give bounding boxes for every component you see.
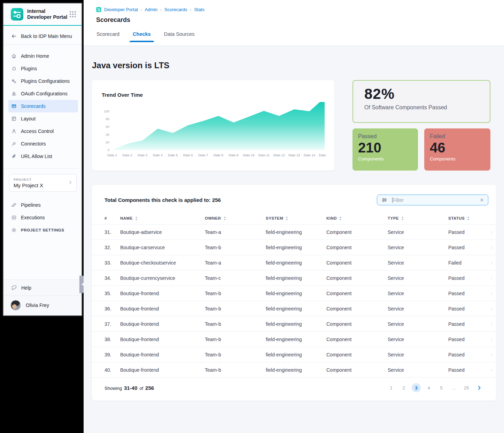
breadcrumb-link-stats[interactable]: Stats: [194, 7, 204, 12]
cell-owner: Team-a: [205, 260, 266, 266]
sidebar-item-plugins-configurations[interactable]: Plugins Configurations: [8, 75, 78, 87]
table-row[interactable]: 33.Boutique-checkoutserviceTeam-afield-e…: [92, 255, 496, 270]
table-row[interactable]: 39.Boutique-frontendTeam-bfield-engineer…: [92, 347, 496, 362]
cell-num: 35.: [104, 291, 120, 296]
trend-chart-card: Trend Over Time 020406080100 Date 1Date …: [92, 80, 334, 171]
showing-range: 31-40: [124, 385, 137, 391]
user-name: Olivia Frey: [26, 302, 49, 308]
tab-scorecard[interactable]: Scorecard: [96, 31, 119, 42]
table-row[interactable]: 37.Boutique-frontendTeam-bfield-engineer…: [92, 316, 496, 331]
column-header-kind[interactable]: KIND: [326, 216, 388, 221]
cell-kind: Component: [326, 291, 388, 296]
filter-sliders-icon[interactable]: [381, 197, 387, 203]
page-button-25[interactable]: 25: [462, 383, 471, 392]
tab-checks[interactable]: Checks: [133, 31, 151, 42]
sidebar-item-connectors[interactable]: Connectors: [8, 137, 78, 150]
sidebar-item-label: Scorecards: [21, 103, 46, 109]
cell-num: 37.: [104, 321, 120, 327]
project-name: My Project X: [14, 182, 72, 188]
table-row[interactable]: 38.Boutique-frontendTeam-bfield-engineer…: [92, 331, 496, 347]
next-page-icon[interactable]: [476, 385, 482, 391]
sidebar-item-oauth-configurations[interactable]: OAuth Configurations: [8, 87, 78, 100]
cell-kind: Component: [326, 275, 388, 281]
page-button-1[interactable]: 1: [387, 383, 396, 392]
table-body: 31.Boutique-adserviceTeam-afield-enginee…: [92, 224, 496, 377]
cell-status: Failed: [448, 260, 462, 266]
row-chevron-icon: ›: [491, 336, 493, 343]
page-button-3[interactable]: 3: [412, 383, 421, 392]
cell-kind: Component: [326, 352, 388, 357]
row-chevron-icon: ›: [491, 260, 493, 266]
cell-num: 34.: [104, 275, 120, 281]
sort-icon: [401, 216, 404, 221]
svg-text:100: 100: [104, 109, 109, 113]
sidebar-item-plugins[interactable]: Plugins: [8, 62, 78, 75]
sidebar-item-admin-home[interactable]: Admin Home: [8, 50, 78, 62]
cell-kind: Component: [326, 337, 388, 342]
sidebar-item-label: Plugins: [21, 66, 37, 71]
percent-passed-card: 82% Of Software Components Passed: [352, 80, 490, 123]
breadcrumb-link-admin[interactable]: Admin: [145, 7, 158, 12]
project-nav: PipelinesExecutionsPROJECT SETTINGS: [3, 193, 82, 236]
link-icon: [11, 153, 17, 159]
filter-input[interactable]: [393, 197, 479, 203]
cell-num: 38.: [104, 337, 120, 342]
table-row[interactable]: 31.Boutique-adserviceTeam-afield-enginee…: [92, 224, 496, 239]
clear-filter-icon[interactable]: [479, 197, 484, 203]
table-row[interactable]: 32.Boutique-carservuceTeam-bfield-engine…: [92, 239, 496, 255]
breadcrumb: Developer Portal›Admin›Scorecards›Stats: [96, 7, 496, 12]
app-switcher-icon[interactable]: [69, 10, 77, 18]
help-button[interactable]: Help: [3, 280, 82, 296]
cell-num: 36.: [104, 306, 120, 312]
sidebar-item-project-settings[interactable]: PROJECT SETTINGS: [8, 224, 78, 236]
cell-owner: Team-b: [205, 291, 266, 296]
cell-owner: Team-b: [205, 321, 266, 327]
breadcrumb-separator: ›: [190, 8, 192, 12]
svg-text:Date 15: Date 15: [319, 153, 326, 157]
tab-data-sources[interactable]: Data Sources: [164, 31, 195, 42]
cell-num: 31.: [104, 229, 120, 235]
cell-owner: Team-c: [205, 275, 266, 281]
sidebar-item-url-allow-list[interactable]: URL Allow List: [8, 150, 78, 163]
avatar: [10, 300, 21, 310]
sort-icon: [223, 216, 227, 221]
cell-status: Passed: [448, 337, 465, 342]
project-selector[interactable]: PROJECT My Project X: [9, 174, 77, 192]
back-to-idp-main-menu[interactable]: Back to IDP Main Menu: [3, 26, 82, 45]
sidebar-item-access-control[interactable]: Access Control: [8, 125, 78, 137]
breadcrumb-link-scorecards[interactable]: Scorecards: [164, 7, 187, 12]
breadcrumb-logo-icon: [96, 7, 101, 12]
failed-card: Failed 46 Components: [424, 128, 490, 171]
column-header-owner[interactable]: OWNER: [205, 216, 266, 221]
column-header-system[interactable]: SYSTEM: [266, 216, 326, 221]
table-toolbar: Total Components this check is applied t…: [92, 185, 496, 212]
sidebar-item-layout[interactable]: Layout: [8, 112, 78, 125]
table-row[interactable]: 34.Boutique-currencyserviceTeam-cfield-e…: [92, 270, 496, 285]
table-row[interactable]: 36.Boutique-frontendTeam-bfield-engineer…: [92, 301, 496, 316]
of-label: of: [139, 386, 143, 391]
column-header-type[interactable]: TYPE: [388, 216, 448, 221]
passed-card: Passed 210 Components: [352, 128, 418, 171]
cell-system: field-engineering: [266, 275, 326, 281]
sidebar-item-pipelines[interactable]: Pipelines: [8, 199, 78, 211]
sidebar-item-scorecards[interactable]: Scorecards: [8, 100, 78, 112]
table-row[interactable]: 35.Boutique-frontendTeam-bfield-engineer…: [92, 285, 496, 301]
sidebar-item-executions[interactable]: Executions: [8, 211, 78, 224]
cell-type: Service: [388, 337, 448, 342]
cell-status: Passed: [448, 352, 465, 357]
page-button-2[interactable]: 2: [399, 383, 408, 392]
column-header-status[interactable]: STATUS: [448, 216, 493, 221]
page-button-4[interactable]: 4: [424, 383, 433, 392]
main-area: Developer Portal›Admin›Scorecards›Stats …: [84, 0, 504, 433]
help-chat-icon: [11, 285, 17, 291]
svg-text:Date 4: Date 4: [153, 153, 163, 157]
cell-system: field-engineering: [266, 337, 326, 342]
column-header-name[interactable]: NAME: [120, 216, 205, 221]
user-menu[interactable]: Olivia Frey: [3, 296, 82, 315]
failed-label: Failed: [430, 133, 490, 140]
breadcrumb-link-developer-portal[interactable]: Developer Portal: [104, 7, 138, 12]
percent-caption: Of Software Components Passed: [364, 104, 490, 111]
chart-title: Trend Over Time: [102, 92, 326, 98]
table-row[interactable]: 40.Boutique-frontendTeam-bfield-engineer…: [92, 362, 496, 377]
page-button-5[interactable]: 5: [437, 383, 446, 392]
